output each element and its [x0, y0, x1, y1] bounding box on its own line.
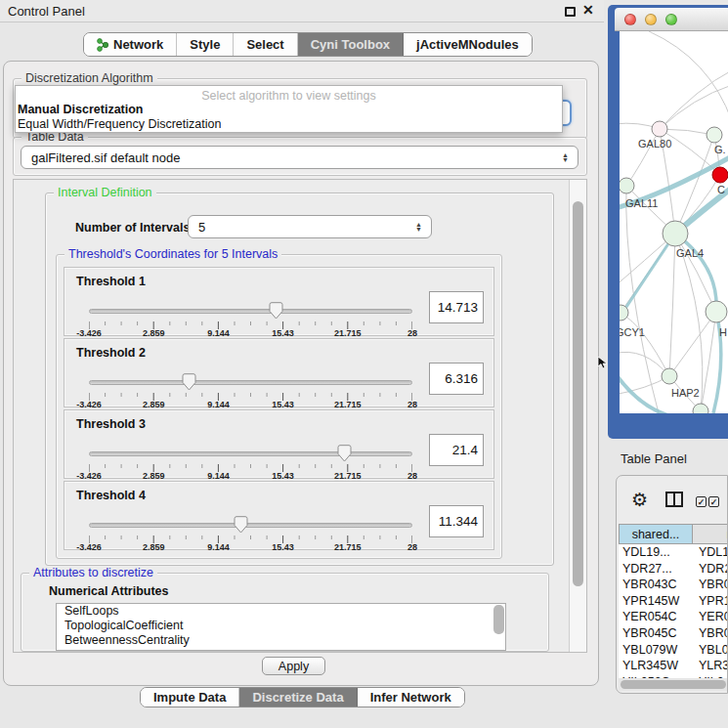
table-row[interactable]: YPR145WYPR1 — [619, 593, 728, 610]
checkbox-icon[interactable]: ✓ — [696, 496, 707, 507]
number-of-intervals-label: Number of Intervals — [75, 221, 190, 235]
table-row[interactable]: YBR045CYBR0 — [619, 625, 728, 642]
cell-shared-name[interactable]: YER054C — [619, 609, 694, 625]
network-node[interactable] — [663, 221, 688, 246]
algorithm-hint-option[interactable]: Select algorithm to view settings — [16, 89, 562, 103]
slider-track[interactable] — [89, 523, 412, 528]
slider-thumb[interactable] — [182, 373, 196, 391]
tab-cyni-toolbox[interactable]: Cyni Toolbox — [298, 33, 404, 56]
table-row[interactable]: YDR27...YDR2 — [619, 561, 728, 578]
cell-name[interactable]: YLR3 — [694, 658, 728, 674]
float-window-icon[interactable] — [565, 7, 576, 17]
list-scrollbar-thumb[interactable] — [493, 605, 504, 634]
horizontal-scrollbar-thumb[interactable] — [621, 680, 726, 689]
apply-button[interactable]: Apply — [262, 657, 325, 675]
threshold-slider[interactable]: -3.4262.8599.14415.4321.71528 — [89, 373, 412, 407]
table-row[interactable]: YLR345WYLR3 — [619, 658, 728, 674]
cell-name[interactable]: YBR0 — [694, 577, 728, 593]
cell-name[interactable]: YDL1 — [694, 544, 728, 561]
vertical-scrollbar-thumb[interactable] — [573, 201, 583, 586]
gear-icon[interactable]: ⚙ — [631, 489, 648, 511]
algorithm-option-equal-width[interactable]: Equal Width/Frequency Discretization — [18, 117, 221, 131]
cell-name[interactable]: YER0 — [694, 609, 728, 625]
threshold-value-field[interactable]: 11.344 — [429, 505, 484, 537]
zoom-traffic-light-icon[interactable] — [665, 14, 677, 25]
tick-label: 15.43 — [262, 400, 305, 409]
table-row[interactable]: YDL19...YDL1 — [619, 544, 728, 561]
cell-shared-name[interactable]: YPR145W — [619, 593, 694, 610]
cell-name[interactable]: YPR1 — [694, 593, 728, 610]
threshold-value-field[interactable]: 21.4 — [429, 434, 484, 466]
tab-impute-data[interactable]: Impute Data — [141, 688, 239, 707]
network-node[interactable] — [662, 368, 677, 384]
checkbox-icon[interactable]: ✓ — [708, 496, 719, 507]
attribute-list-item[interactable]: TopologicalCoefficient — [57, 619, 505, 633]
tab-select[interactable]: Select — [234, 33, 297, 56]
threshold-value-field[interactable]: 14.713 — [429, 291, 484, 323]
table-row[interactable]: YBL079WYBL0 — [619, 642, 728, 659]
cell-shared-name[interactable]: YBR045C — [619, 625, 694, 642]
slider-track[interactable] — [89, 380, 412, 385]
interval-definition-title: Interval Definition — [54, 186, 156, 199]
threshold-value-field[interactable]: 6.316 — [429, 363, 484, 395]
cell-shared-name[interactable]: YBL079W — [619, 642, 694, 659]
horizontal-scrollbar-track[interactable] — [619, 678, 728, 691]
network-node[interactable] — [706, 301, 727, 322]
cell-shared-name[interactable]: YLR345W — [619, 658, 694, 674]
minimize-traffic-light-icon[interactable] — [645, 14, 657, 25]
tab-style[interactable]: Style — [177, 33, 234, 56]
table-row[interactable]: YBR043CYBR0 — [619, 577, 728, 593]
table-data-value: galFiltered.sif default node — [31, 150, 180, 165]
attribute-list-item[interactable]: BetweennessCentrality — [57, 633, 505, 648]
table-row[interactable]: YER054CYER0 — [619, 609, 728, 625]
threshold-label: Threshold 3 — [76, 417, 146, 431]
column-header-name[interactable]: na — [693, 524, 728, 544]
cell-shared-name[interactable]: YDL19... — [619, 544, 694, 561]
control-panel-titlebar — [0, 0, 604, 22]
attributes-group-title: Attributes to discretize — [29, 566, 157, 579]
vertical-scrollbar-track[interactable] — [569, 180, 586, 652]
split-view-icon[interactable] — [665, 492, 683, 507]
tab-network[interactable]: Network — [84, 33, 177, 56]
tab-discretize-data[interactable]: Discretize Data — [239, 688, 357, 707]
cell-shared-name[interactable]: YBR043C — [619, 577, 694, 593]
tick-label: 21.715 — [326, 542, 369, 552]
network-node-label: GAL80 — [638, 138, 671, 150]
network-canvas[interactable]: GAL80G.CGAL11GAL4GCY1HHAP2 — [620, 31, 728, 413]
tab-infer-network[interactable]: Infer Network — [358, 688, 464, 707]
column-header-shared[interactable]: shared... — [619, 524, 693, 544]
tab-jactivemnodules[interactable]: jActiveMNodules — [404, 33, 532, 56]
network-node[interactable] — [712, 167, 728, 183]
tick-label: 2.859 — [132, 328, 175, 338]
table-rows[interactable]: YDL19...YDL1YDR27...YDR2YBR043CYBR0YPR14… — [619, 544, 728, 678]
attribute-list-item[interactable]: SelfLoops — [57, 604, 505, 619]
number-of-intervals-combobox[interactable]: 5 ▲▼ — [188, 215, 432, 238]
cell-name[interactable]: YDR2 — [694, 561, 728, 578]
network-node[interactable] — [620, 178, 634, 193]
network-icon — [97, 38, 108, 52]
close-traffic-light-icon[interactable] — [624, 14, 636, 25]
threshold-slider[interactable]: -3.4262.8599.14415.4321.71528 — [89, 445, 412, 478]
slider-track[interactable] — [89, 309, 412, 314]
cell-name[interactable]: YBR0 — [694, 625, 728, 642]
tick-label: -3.426 — [67, 471, 110, 481]
tick-label: 21.715 — [326, 400, 369, 409]
network-node[interactable] — [652, 121, 667, 137]
threshold-slider[interactable]: -3.4262.8599.14415.4321.71528 — [89, 302, 412, 335]
slider-thumb[interactable] — [337, 445, 352, 462]
attributes-group: Attributes to discretize Numerical Attri… — [21, 573, 549, 652]
slider-thumb[interactable] — [269, 302, 283, 320]
interval-definition-group: Interval Definition Number of Intervals … — [45, 193, 554, 566]
network-node[interactable] — [707, 127, 722, 143]
cell-name[interactable]: YBL0 — [694, 642, 728, 659]
numerical-attributes-list[interactable]: SelfLoopsTopologicalCoefficientBetweenne… — [56, 603, 506, 651]
threshold-slider[interactable]: -3.4262.8599.14415.4321.71528 — [89, 516, 412, 549]
cell-shared-name[interactable]: YDR27... — [619, 561, 694, 578]
algorithm-option-manual[interactable]: Manual Discretization — [18, 103, 144, 116]
table-data-combobox[interactable]: galFiltered.sif default node ▲▼ — [21, 146, 578, 169]
slider-thumb[interactable] — [234, 516, 248, 534]
slider-track[interactable] — [89, 451, 412, 456]
close-icon[interactable]: ✕ — [582, 2, 594, 18]
network-node-label: G. — [714, 144, 726, 155]
tick-label: 2.859 — [132, 471, 175, 481]
